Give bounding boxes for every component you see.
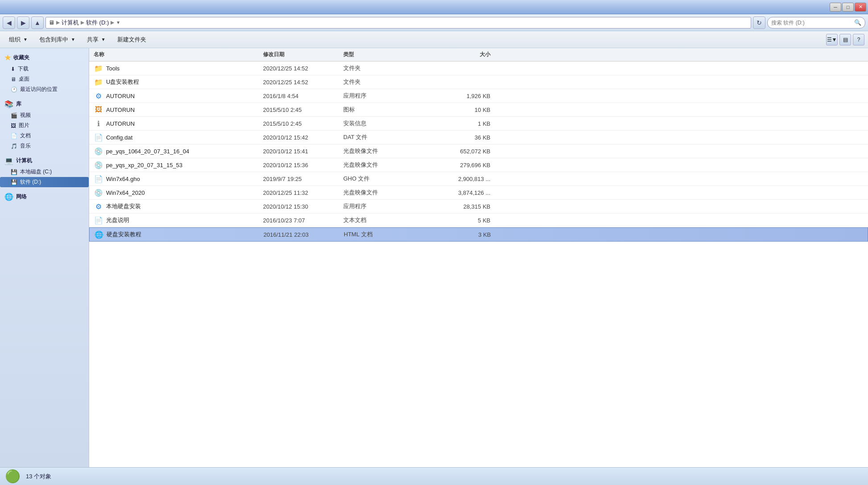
close-button[interactable]: ✕ — [855, 3, 866, 12]
table-row[interactable]: 💿 Win7x64_2020 2020/12/25 11:32 光盘映像文件 3… — [89, 186, 868, 200]
table-row[interactable]: 🌐 硬盘安装教程 2016/11/21 22:03 HTML 文档 3 KB — [89, 227, 868, 242]
library-section: 📚 库 🎬 视频 🖼 图片 📄 文档 🎵 音乐 — [0, 98, 89, 151]
sidebar-item-recent[interactable]: 🕐 最近访问的位置 — [0, 84, 89, 95]
back-button[interactable]: ◀ — [3, 16, 15, 29]
library-header[interactable]: 📚 库 — [0, 98, 89, 110]
col-header-size[interactable]: 大小 — [424, 51, 490, 58]
software-d-icon: 💾 — [11, 179, 17, 185]
file-type: DAT 文件 — [343, 133, 424, 141]
organize-label: 组织 — [9, 36, 21, 44]
downloads-label: 下载 — [18, 65, 29, 73]
file-icon: 📄 — [94, 215, 103, 225]
file-name: U盘安装教程 — [106, 78, 263, 86]
file-size: 652,072 KB — [424, 148, 490, 155]
col-header-name[interactable]: 名称 — [94, 51, 263, 58]
address-bar: ◀ ▶ ▲ 🖥 ▶ 计算机 ▶ 软件 (D:) ▶ ▼ ↻ 🔍 — [0, 14, 868, 31]
file-icon: 🖼 — [94, 105, 103, 115]
col-header-type[interactable]: 类型 — [343, 51, 424, 58]
library-dropdown-arrow: ▼ — [71, 37, 75, 42]
file-date: 2020/10/12 15:36 — [263, 162, 343, 169]
table-row[interactable]: 💿 pe_yqs_1064_20_07_31_16_04 2020/10/12 … — [89, 144, 868, 158]
table-row[interactable]: 💿 pe_yqs_xp_20_07_31_15_53 2020/10/12 15… — [89, 158, 868, 172]
file-type: 文件夹 — [343, 64, 424, 72]
search-input[interactable] — [771, 20, 852, 26]
details-view-button[interactable]: ▤ — [839, 34, 851, 45]
downloads-icon: ⬇ — [11, 66, 15, 72]
file-name: 硬盘安装教程 — [107, 230, 263, 238]
toolbar-right: ☰▼ ▤ ? — [826, 34, 864, 45]
file-name: Tools — [106, 65, 263, 72]
sidebar-item-local-c[interactable]: 💾 本地磁盘 (C:) — [0, 167, 89, 177]
search-box[interactable]: 🔍 — [767, 17, 865, 29]
file-name: AUTORUN — [106, 120, 263, 127]
computer-header[interactable]: 💻 计算机 — [0, 155, 89, 167]
computer-section: 💻 计算机 💾 本地磁盘 (C:) 💾 软件 (D:) — [0, 155, 89, 187]
file-size: 1,926 KB — [424, 93, 490, 99]
sidebar-item-downloads[interactable]: ⬇ 下载 — [0, 64, 89, 74]
share-label: 共享 — [87, 36, 99, 44]
file-name: pe_yqs_xp_20_07_31_15_53 — [106, 162, 263, 169]
table-row[interactable]: ⚙ 本地硬盘安装 2020/10/12 15:30 应用程序 28,315 KB — [89, 200, 868, 214]
newfolder-label: 新建文件夹 — [117, 36, 146, 44]
favorites-header[interactable]: ★ 收藏夹 — [0, 52, 89, 64]
col-header-date[interactable]: 修改日期 — [263, 51, 343, 58]
breadcrumb-drive[interactable]: 软件 (D:) — [86, 19, 109, 27]
file-date: 2016/10/23 7:07 — [263, 217, 343, 224]
file-type: 文件夹 — [343, 78, 424, 86]
sidebar-item-video[interactable]: 🎬 视频 — [0, 110, 89, 120]
maximize-button[interactable]: □ — [842, 3, 854, 12]
file-date: 2016/1/8 4:54 — [263, 93, 343, 99]
organize-button[interactable]: 组织 ▼ — [4, 33, 33, 46]
table-row[interactable]: ⚙ AUTORUN 2016/1/8 4:54 应用程序 1,926 KB — [89, 89, 868, 103]
table-row[interactable]: 📄 Config.dat 2020/10/12 15:42 DAT 文件 36 … — [89, 131, 868, 144]
table-row[interactable]: 🖼 AUTORUN 2015/5/10 2:45 图标 10 KB — [89, 103, 868, 117]
main-layout: ★ 收藏夹 ⬇ 下载 🖥 桌面 🕐 最近访问的位置 📚 库 � — [0, 48, 868, 467]
help-button[interactable]: ? — [853, 34, 864, 45]
network-label: 网络 — [16, 193, 27, 201]
favorites-label: 收藏夹 — [13, 54, 29, 62]
music-label: 音乐 — [20, 142, 31, 150]
file-name: 本地硬盘安装 — [106, 202, 263, 210]
up-button[interactable]: ▲ — [31, 16, 44, 29]
view-options-button[interactable]: ☰▼ — [826, 34, 838, 45]
software-d-label: 软件 (D:) — [20, 178, 41, 186]
table-row[interactable]: 📄 光盘说明 2016/10/23 7:07 文本文档 5 KB — [89, 214, 868, 227]
window-controls: ─ □ ✕ — [830, 3, 866, 12]
minimize-button[interactable]: ─ — [830, 3, 841, 12]
breadcrumb[interactable]: 🖥 ▶ 计算机 ▶ 软件 (D:) ▶ ▼ — [45, 17, 751, 29]
file-size: 2,900,813 ... — [424, 176, 490, 182]
file-icon: 📁 — [94, 63, 103, 73]
search-icon[interactable]: 🔍 — [854, 19, 861, 26]
status-app-icon: 🟢 — [4, 469, 21, 485]
forward-button[interactable]: ▶ — [17, 16, 29, 29]
newfolder-button[interactable]: 新建文件夹 — [112, 33, 152, 46]
file-date: 2020/10/12 15:41 — [263, 148, 343, 155]
file-date: 2016/11/21 22:03 — [263, 231, 344, 238]
favorites-icon: ★ — [4, 53, 11, 62]
file-name: 光盘说明 — [106, 216, 263, 224]
breadcrumb-computer[interactable]: 计算机 — [62, 19, 79, 27]
breadcrumb-dropdown-arrow[interactable]: ▼ — [116, 20, 120, 25]
music-icon: 🎵 — [11, 143, 17, 149]
table-row[interactable]: 📄 Win7x64.gho 2019/9/7 19:25 GHO 文件 2,90… — [89, 172, 868, 186]
refresh-button[interactable]: ↻ — [753, 16, 765, 29]
sidebar-item-music[interactable]: 🎵 音乐 — [0, 141, 89, 151]
sidebar-item-image[interactable]: 🖼 图片 — [0, 120, 89, 131]
share-button[interactable]: 共享 ▼ — [82, 33, 111, 46]
image-label: 图片 — [19, 122, 29, 129]
statusbar: 🟢 13 个对象 — [0, 467, 868, 485]
image-icon: 🖼 — [11, 123, 16, 129]
table-row[interactable]: ℹ AUTORUN 2015/5/10 2:45 安装信息 1 KB — [89, 117, 868, 131]
sidebar-item-doc[interactable]: 📄 文档 — [0, 131, 89, 141]
video-icon: 🎬 — [11, 112, 17, 119]
network-header[interactable]: 🌐 网络 — [0, 191, 89, 203]
sidebar-item-software-d[interactable]: 💾 软件 (D:) — [0, 177, 89, 187]
file-icon: 💿 — [94, 188, 103, 197]
computer-label: 计算机 — [16, 157, 32, 164]
sidebar-item-desktop[interactable]: 🖥 桌面 — [0, 74, 89, 84]
table-row[interactable]: 📁 Tools 2020/12/25 14:52 文件夹 — [89, 62, 868, 75]
library-button[interactable]: 包含到库中 ▼ — [34, 33, 81, 46]
file-type: GHO 文件 — [343, 175, 424, 183]
table-row[interactable]: 📁 U盘安装教程 2020/12/25 14:52 文件夹 — [89, 75, 868, 89]
sidebar: ★ 收藏夹 ⬇ 下载 🖥 桌面 🕐 最近访问的位置 📚 库 � — [0, 48, 89, 467]
